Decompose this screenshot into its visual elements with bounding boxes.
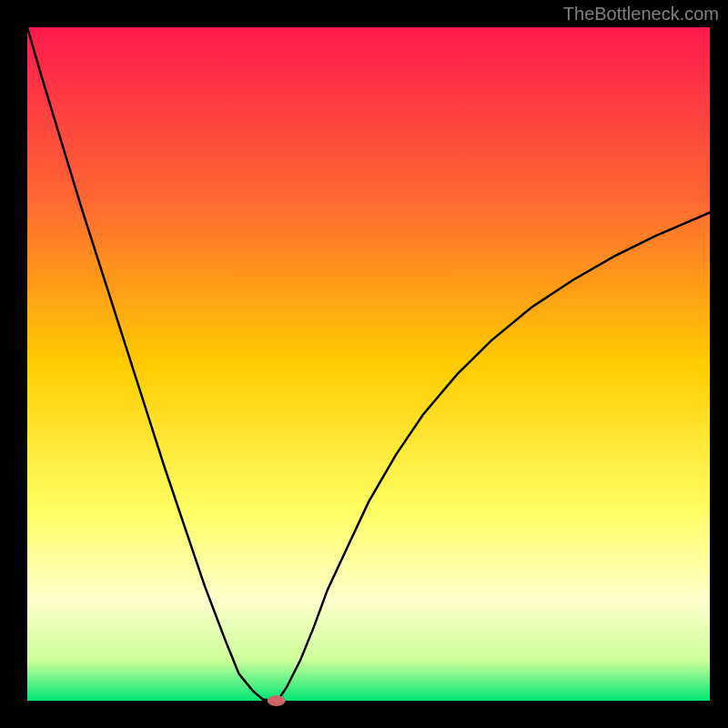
chart-container: { "watermark": "TheBottleneck.com", "cha… [0, 0, 728, 728]
chart-svg [0, 0, 728, 728]
plot-background [27, 27, 710, 701]
watermark-text: TheBottleneck.com [563, 4, 719, 25]
minimum-marker [268, 695, 286, 706]
